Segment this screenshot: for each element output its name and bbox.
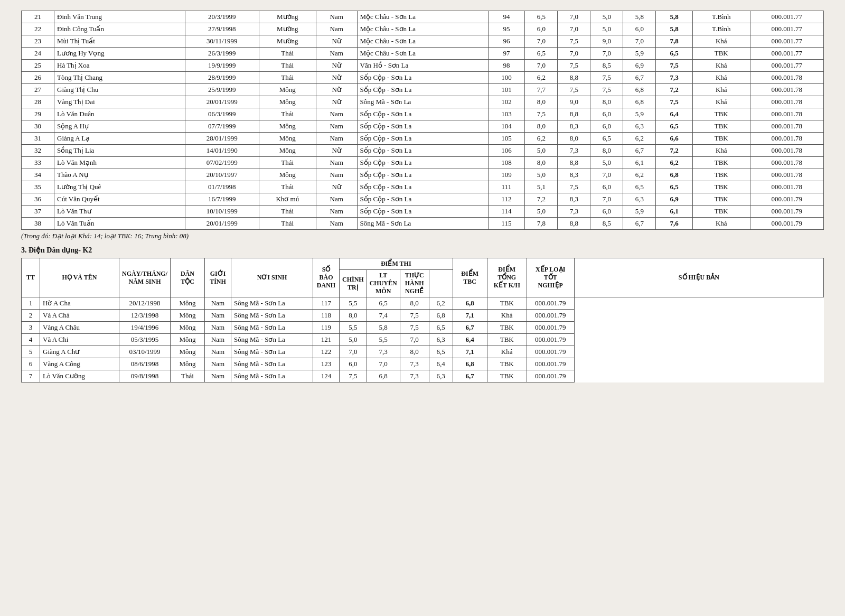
cell-noisinh: Mộc Châu - Sơn La [357, 35, 488, 48]
cell-ltchuyen: 5,5 [367, 334, 400, 346]
cell-thuchanh: 8,0 [400, 346, 429, 358]
cell-sobao: 108 [488, 157, 525, 169]
table2-row: 3 Vàng A Châu 19/4/1996 Mông Nam Sông Mã… [22, 322, 824, 334]
cell-xeploai: TBK [487, 297, 527, 310]
cell-diemtong: 6,4 [453, 334, 487, 346]
cell-thuchanh: 5,0 [590, 157, 623, 169]
cell-chinhri: 5,1 [525, 181, 558, 193]
cell-sobao: 123 [313, 358, 340, 370]
cell-ltchuyen: 5,8 [367, 322, 400, 334]
cell-tbc: 6,8 [623, 96, 656, 108]
col-diemtbc2 [429, 270, 453, 297]
cell-diemtong: 7,1 [453, 310, 487, 322]
cell-ltchuyen: 8,3 [558, 169, 590, 181]
cell-chinhri: 7,5 [340, 370, 367, 382]
table2-header-row1: TT HỌ VÀ TÊN NGÀY/THÁNG/NĂM SINH DÂN TỘC… [22, 258, 824, 270]
cell-sobao: 101 [488, 84, 525, 96]
cell-tbc: 6,2 [623, 133, 656, 145]
cell-ltchuyen: 7,5 [558, 35, 590, 48]
col-gioitinh: GIỚITÍNH [205, 258, 231, 297]
cell-sobao: 124 [313, 370, 340, 382]
col-diemtbc: ĐIỂMTBC [453, 258, 487, 297]
cell-gioitinh: Nam [205, 310, 231, 322]
cell-name: Lò Văn Mạnh [54, 157, 185, 169]
cell-name: Vàng Thị Dai [54, 96, 185, 108]
cell-tbc: 5,9 [623, 48, 656, 60]
cell-stt: 36 [22, 193, 54, 206]
cell-name: Đinh Công Tuấn [54, 23, 185, 35]
cell-dantoc: Mông [171, 334, 205, 346]
cell-dob: 26/3/1999 [185, 48, 259, 60]
cell-tbc: 5,9 [623, 108, 656, 120]
cell-sohieu: 000.001.77 [750, 11, 824, 23]
cell-tbc: 6,3 [623, 120, 656, 133]
cell-sohieu: 000.001.78 [750, 120, 824, 133]
cell-dob: 01/7/1998 [185, 181, 259, 193]
cell-dantoc: Mông [171, 310, 205, 322]
cell-sobao: 105 [488, 133, 525, 145]
cell-dob: 14/01/1990 [185, 145, 259, 157]
cell-xeploai: TBK [487, 358, 527, 370]
cell-thuchanh: 7,0 [400, 334, 429, 346]
cell-tbc: 6,3 [429, 370, 453, 382]
cell-noisinh: Sốp Cộp - Sơn La [357, 145, 488, 157]
cell-chinhri: 6,0 [340, 358, 367, 370]
cell-tbc: 6,7 [623, 72, 656, 84]
cell-stt: 2 [22, 310, 40, 322]
cell-ltchuyen: 7,0 [558, 48, 590, 60]
table1-row: 34 Thào A Nụ 20/10/1997 Mông Nam Sốp Cộp… [22, 169, 824, 181]
cell-dantoc: Mông [259, 145, 316, 157]
cell-diemtong: 7,8 [656, 35, 693, 48]
table1-row: 25 Hà Thị Xoa 19/9/1999 Thái Nữ Văn Hồ -… [22, 60, 824, 72]
cell-stt: 38 [22, 218, 54, 230]
cell-xeploai: Khá [487, 310, 527, 322]
cell-diemtong: 6,7 [453, 370, 487, 382]
cell-xeploai: TBK [693, 120, 750, 133]
cell-stt: 23 [22, 35, 54, 48]
cell-ltchuyen: 7,4 [367, 310, 400, 322]
cell-xeploai: T.Bình [693, 23, 750, 35]
cell-gioitinh: Nam [316, 23, 358, 35]
col-noisinh: NƠI SINH [231, 258, 313, 297]
cell-chinhri: 8,0 [525, 157, 558, 169]
cell-noisinh: Sốp Cộp - Sơn La [357, 206, 488, 218]
cell-sobao: 112 [488, 193, 525, 206]
cell-diemtong: 6,8 [453, 297, 487, 310]
cell-thuchanh: 8,0 [590, 145, 623, 157]
cell-ltchuyen: 7,0 [558, 23, 590, 35]
cell-dantoc: Thái [259, 48, 316, 60]
cell-tbc: 6,5 [429, 322, 453, 334]
cell-stt: 29 [22, 108, 54, 120]
cell-dob: 20/01/1999 [185, 218, 259, 230]
table1: 21 Đinh Văn Trung 20/3/1999 Mường Nam Mộ… [21, 11, 824, 230]
cell-name: Thào A Nụ [54, 169, 185, 181]
table2-row: 5 Giàng A Chư 03/10/1999 Mông Nam Sông M… [22, 346, 824, 358]
cell-tbc: 6,3 [429, 334, 453, 346]
table1-row: 37 Lò Văn Thư 10/10/1999 Thái Nam Sốp Cộ… [22, 206, 824, 218]
cell-dob: 20/10/1997 [185, 169, 259, 181]
cell-diemtong: 6,2 [656, 157, 693, 169]
cell-gioitinh: Nam [316, 206, 358, 218]
cell-stt: 35 [22, 181, 54, 193]
cell-dob: 25/9/1999 [185, 84, 259, 96]
cell-dantoc: Mường [259, 11, 316, 23]
cell-dob: 06/3/1999 [185, 108, 259, 120]
cell-noisinh: Sốp Cộp - Sơn La [357, 120, 488, 133]
cell-noisinh: Mộc Châu - Sơn La [357, 48, 488, 60]
cell-stt: 21 [22, 11, 54, 23]
cell-chinhri: 6,5 [525, 11, 558, 23]
cell-dantoc: Thái [259, 157, 316, 169]
cell-sohieu: 000.001.77 [750, 60, 824, 72]
table1-row: 21 Đinh Văn Trung 20/3/1999 Mường Nam Mộ… [22, 11, 824, 23]
cell-name: Vàng A Công [40, 358, 119, 370]
cell-xeploai: TBK [693, 193, 750, 206]
cell-diemtong: 6,5 [656, 48, 693, 60]
cell-dob: 03/10/1999 [119, 346, 171, 358]
cell-chinhri: 6,0 [525, 23, 558, 35]
cell-thuchanh: 7,3 [400, 370, 429, 382]
cell-tbc: 6,0 [623, 23, 656, 35]
cell-gioitinh: Nam [316, 169, 358, 181]
cell-dantoc: Thái [171, 370, 205, 382]
cell-thuchanh: 7,5 [400, 322, 429, 334]
cell-thuchanh: 8,0 [590, 96, 623, 108]
